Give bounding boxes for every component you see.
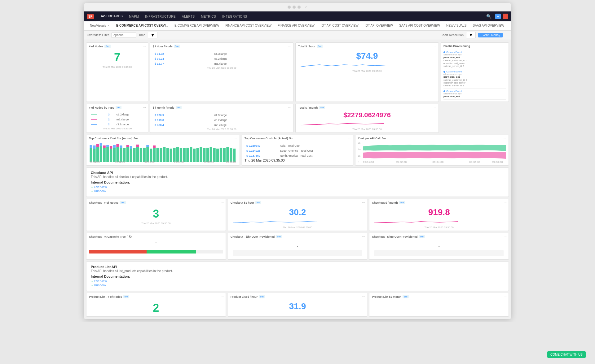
browser-circle-green bbox=[298, 6, 301, 9]
filter-input[interactable] bbox=[111, 32, 136, 38]
nav-item-metrics[interactable]: METRICS bbox=[198, 11, 219, 21]
svg-text:09:32:30: 09:32:30 bbox=[115, 161, 125, 163]
checkout-dollar-month-value: 919.8 bbox=[428, 207, 450, 217]
svg-rect-18 bbox=[120, 148, 122, 162]
metrics-row-2: # of Nodes by Type 5m ⋯ 3c3.2xlarge 2m3.… bbox=[86, 104, 509, 133]
capacity-free-more[interactable]: ⋯ bbox=[220, 235, 223, 239]
dollar-month-node-actions: ⋯ bbox=[288, 106, 291, 109]
tab-ecommerce-overview[interactable]: E-COMMERCE API OVERVIEW bbox=[171, 21, 222, 31]
add-button[interactable]: + bbox=[495, 14, 501, 19]
elastic-placeholder bbox=[441, 104, 509, 133]
product-bullet-1: ○ bbox=[91, 280, 93, 283]
nodes-by-type-more[interactable]: ⋯ bbox=[143, 106, 146, 109]
top-customers-chart-actions: ⋯ bbox=[234, 137, 237, 140]
top-customers-more[interactable]: ⋯ bbox=[234, 137, 237, 140]
hr-over-chart bbox=[233, 250, 362, 256]
product-list-dollar-hour-more[interactable]: ⋯ bbox=[362, 295, 365, 298]
checkout-dollar-month-more[interactable]: ⋯ bbox=[504, 201, 507, 204]
nav-right: 🔍 + bbox=[484, 13, 508, 20]
checkout-dollar-month-sparkline bbox=[374, 219, 504, 225]
product-list-nodes-actions: ⋯ bbox=[221, 295, 224, 298]
hr-over-title: Checkout - $/hr Over Provisioned 5m bbox=[231, 235, 365, 238]
y-label-2a: 2a- bbox=[358, 148, 361, 150]
checkout-nodes-more[interactable]: ⋯ bbox=[221, 201, 224, 204]
svg-rect-9 bbox=[103, 145, 105, 148]
capacity-free-card: Checkout - % Capacity Free 15s ⋯ - bbox=[86, 233, 226, 260]
tab-finance-overview[interactable]: FINANCE API OVERVIEW bbox=[275, 21, 318, 31]
mo-over-title: Checkout - $/mo Over Provisioned 5m bbox=[372, 235, 506, 238]
svg-rect-47 bbox=[196, 148, 199, 162]
y-label-0: 0 bbox=[358, 161, 361, 163]
checkout-dollar-hour-more[interactable]: ⋯ bbox=[362, 201, 365, 204]
mo-over-more[interactable]: ⋯ bbox=[504, 235, 507, 238]
nav-item-alerts[interactable]: ALERTS bbox=[179, 11, 198, 21]
top-customers-chart-card: Top Customers Cost / hr (Actual) 5m ⋯ bbox=[86, 135, 240, 166]
tab-iot-cost[interactable]: IOT API COST OVERVIEW bbox=[318, 21, 362, 31]
total-dollar-month-more[interactable]: ⋯ bbox=[434, 106, 437, 109]
svg-rect-41 bbox=[176, 147, 179, 162]
table-row: $ 12.77m3.xlarge bbox=[153, 62, 290, 66]
capacity-free-title: Checkout - % Capacity Free bbox=[89, 235, 126, 238]
checkout-dollar-hour-actions: ⋯ bbox=[362, 201, 365, 204]
product-list-metrics-row: Product List - # of Nodes 5m ⋯ 2 Product… bbox=[86, 293, 509, 317]
checkout-overview-link[interactable]: ○Overview bbox=[91, 185, 504, 189]
cost-per-api-more[interactable]: ⋯ bbox=[503, 137, 506, 140]
top-customers-list-table: $ 0.239542Asia - Total Cost $ 0.154928So… bbox=[245, 143, 350, 158]
svg-rect-28 bbox=[140, 148, 142, 162]
event-dot-2 bbox=[443, 71, 445, 73]
top-customers-list-title: Top Customers Cost / hr (Actual) 5m ⋯ bbox=[245, 137, 350, 140]
svg-rect-10 bbox=[106, 147, 109, 162]
nav-item-integrations[interactable]: INTEGRATIONS bbox=[219, 11, 250, 21]
product-list-doc-title: Internal Documentation: bbox=[91, 275, 504, 278]
svg-text:09:33:30: 09:33:30 bbox=[144, 161, 155, 163]
table-row: 3c3.2xlarge bbox=[90, 112, 145, 117]
product-list-runbook-link[interactable]: ○Runbook bbox=[91, 284, 504, 287]
product-list-dollar-month-more[interactable]: ⋯ bbox=[504, 295, 507, 298]
total-dollar-month-timestamp: Thu 26 Mar 2020 09:35:00 bbox=[298, 128, 436, 131]
dollar-hour-node-more[interactable]: ⋯ bbox=[288, 45, 291, 48]
time-button[interactable]: ▼ bbox=[148, 32, 157, 38]
user-icon bbox=[503, 14, 508, 19]
total-dollar-month-actions: ⋯ bbox=[434, 106, 437, 109]
svg-rect-16 bbox=[116, 147, 119, 162]
chart-resolution-button[interactable]: ▼ bbox=[466, 32, 476, 38]
tab-bar: NewVisuals ✕ E-COMMERCE API COST OVERVI.… bbox=[84, 21, 511, 31]
mo-over-dash: - bbox=[372, 238, 506, 250]
tab-finance-cost[interactable]: FINANCE API COST OVERVIEW bbox=[222, 21, 275, 31]
event-overlay-button[interactable]: Event Overlay bbox=[478, 33, 503, 37]
tab-saas-cost[interactable]: SAAS API COST OVERVIEW bbox=[396, 21, 443, 31]
svg-rect-55 bbox=[223, 148, 226, 162]
tab-saas-overview[interactable]: SAAS API OVERVIEW bbox=[470, 21, 508, 31]
nodes-card-more[interactable]: ⋯ bbox=[143, 45, 146, 48]
mo-over-chart bbox=[374, 250, 504, 256]
product-list-overview-link[interactable]: ○Overview bbox=[91, 280, 504, 283]
svg-text:09:35:30: 09:35:30 bbox=[204, 161, 214, 163]
svg-rect-14 bbox=[113, 148, 116, 162]
search-button[interactable]: 🔍 bbox=[484, 13, 493, 20]
tab-iot-overview[interactable]: IOT API OVERVIEW bbox=[362, 21, 396, 31]
browser-circle-yellow bbox=[293, 6, 296, 9]
nodes-by-type-table: 3c3.2xlarge 2m3.xlarge 2r3.2xlarge bbox=[89, 112, 145, 127]
hr-over-actions: ⋯ bbox=[362, 235, 365, 238]
charts-row: Top Customers Cost / hr (Actual) 5m ⋯ bbox=[86, 135, 509, 166]
dollar-month-node-more[interactable]: ⋯ bbox=[288, 106, 291, 109]
more-options-icon[interactable]: ⋯ bbox=[505, 33, 508, 37]
dollar-hour-node-title: $ / Hour / Node 5m bbox=[153, 45, 291, 48]
overrides-bar: Overrides: Filter Time ▼ Chart Resolutio… bbox=[84, 31, 511, 40]
hr-over-more[interactable]: ⋯ bbox=[362, 235, 365, 238]
tab-ecommerce-cost[interactable]: E-COMMERCE API COST OVERVI... bbox=[113, 21, 171, 31]
nav-item-apm[interactable]: µAPM bbox=[126, 11, 142, 21]
tab-newvisuals[interactable]: NewVisuals ✕ bbox=[87, 21, 113, 31]
nav-item-infrastructure[interactable]: INFRASTRUCTURE bbox=[142, 11, 179, 21]
nav-item-dashboards[interactable]: DASHBOARDS bbox=[96, 11, 126, 21]
tab-newvisuals2[interactable]: NEWVISUALS bbox=[443, 21, 470, 31]
tab-close-icon[interactable]: ✕ bbox=[108, 24, 110, 27]
svg-text:09:35:30: 09:35:30 bbox=[469, 161, 480, 163]
browser-bar: ○ bbox=[84, 3, 511, 11]
svg-text:09:36:00: 09:36:00 bbox=[492, 161, 503, 163]
top-customers-list-more[interactable]: ⋯ bbox=[348, 137, 350, 140]
total-dollar-hour-more[interactable]: ⋯ bbox=[434, 45, 437, 48]
product-list-nodes-more[interactable]: ⋯ bbox=[221, 295, 224, 298]
event-detail-2c: sfdemo_server_id 2 bbox=[443, 84, 506, 87]
checkout-runbook-link[interactable]: ○Runbook bbox=[91, 189, 504, 193]
